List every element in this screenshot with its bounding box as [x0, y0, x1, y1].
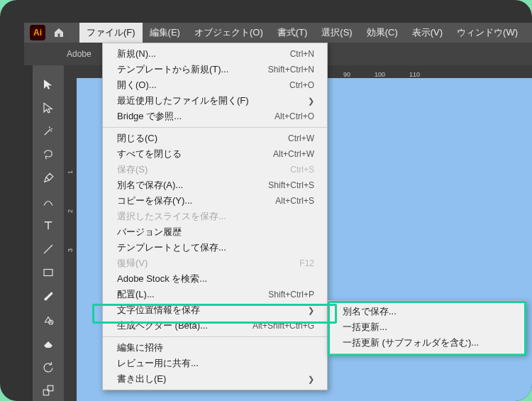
menu-item[interactable]: 配置(L)...Shift+Ctrl+P [103, 287, 327, 302]
menu-item[interactable]: バージョン履歴 [103, 224, 327, 240]
menu-item-label: バージョン履歴 [117, 226, 182, 238]
menu-separator [103, 336, 327, 337]
menu-item[interactable]: 編集に招待 [103, 340, 327, 356]
direct-selection-tool-icon[interactable] [37, 97, 60, 118]
menu-item-label: すべてを閉じる [117, 148, 182, 160]
menu-item-shortcut: Alt+Ctrl+S [275, 196, 314, 206]
lasso-tool-icon[interactable] [37, 145, 60, 165]
app-logo-icon: Ai [30, 25, 45, 40]
submenu-item-label: 一括更新 (サブフォルダを含む)... [343, 336, 479, 349]
chevron-right-icon: ❯ [299, 375, 314, 384]
menu-window-label: ウィンドウ(W) [457, 26, 518, 39]
curvature-tool-icon[interactable] [37, 192, 60, 212]
menu-select[interactable]: 選択(S) [314, 23, 359, 43]
submenu-item[interactable]: 一括更新 (サブフォルダを含む)... [328, 335, 526, 351]
menu-item[interactable]: 生成ベクター (Beta)...Alt+Shift+Ctrl+G [103, 318, 327, 334]
menu-type-label: 書式(T) [277, 26, 308, 39]
menu-item[interactable]: すべてを閉じるAlt+Ctrl+W [103, 146, 327, 162]
rotate-tool-icon[interactable] [37, 357, 60, 378]
shaper-tool-icon[interactable] [37, 309, 60, 330]
menu-item-label: 復帰(V) [117, 257, 148, 270]
eraser-tool-icon[interactable] [37, 333, 60, 353]
rectangle-tool-icon[interactable] [37, 263, 60, 283]
menu-item-label: 配置(L)... [117, 288, 155, 301]
menu-item-label: 最近使用したファイルを開く(F) [117, 94, 249, 107]
submenu-item-label: 別名で保存... [343, 305, 397, 318]
menu-item-label: コピーを保存(Y)... [117, 194, 192, 207]
menu-item-label: 文字位置情報を保存 [117, 304, 200, 317]
toolbox [33, 65, 64, 401]
submenu-item-label: 一括更新... [343, 321, 387, 334]
menu-type[interactable]: 書式(T) [270, 23, 315, 43]
menu-item-label: 保存(S) [117, 163, 148, 176]
menu-item-label: Bridge で参照... [117, 110, 182, 123]
menu-item[interactable]: 最近使用したファイルを開く(F)❯ [103, 93, 327, 109]
menu-item-label: 閉じる(C) [117, 132, 157, 145]
ruler-tick: 3 [67, 248, 74, 252]
menu-item-shortcut: Shift+Ctrl+P [268, 290, 314, 300]
submenu-item[interactable]: 一括更新... [328, 319, 526, 335]
save-text-position-submenu: 別名で保存...一括更新...一括更新 (サブフォルダを含む)... [328, 300, 526, 354]
menu-select-label: 選択(S) [321, 26, 352, 39]
menu-item[interactable]: 文字位置情報を保存❯ [103, 302, 327, 318]
menu-item[interactable]: テンプレートから新規(T)...Shift+Ctrl+N [103, 62, 327, 77]
line-tool-icon[interactable] [37, 239, 60, 260]
menu-item-shortcut: Ctrl+N [290, 49, 314, 59]
menu-item[interactable]: 閉じる(C)Ctrl+W [103, 131, 327, 146]
submenu-item[interactable]: 別名で保存... [328, 304, 526, 319]
chevron-right-icon: ❯ [299, 306, 314, 315]
ruler-tick: 1 [67, 170, 74, 174]
menu-edit[interactable]: 編集(E) [143, 23, 187, 43]
menu-item-label: 選択したスライスを保存... [117, 210, 226, 223]
menu-object-label: オブジェクト(O) [194, 26, 263, 39]
ruler-tick: 2 [67, 209, 74, 213]
menu-item: 復帰(V)F12 [103, 256, 327, 271]
menu-item-label: 新規(N)... [117, 48, 156, 60]
selection-tool-icon[interactable] [37, 74, 60, 94]
menu-object[interactable]: オブジェクト(O) [187, 23, 270, 43]
menu-item-label: 生成ベクター (Beta)... [117, 319, 208, 332]
file-menu-dropdown: 新規(N)...Ctrl+Nテンプレートから新規(T)...Shift+Ctrl… [102, 43, 328, 390]
menu-view[interactable]: 表示(V) [405, 23, 450, 43]
ruler-tick: 90 [343, 71, 350, 78]
menu-item-shortcut: Shift+Ctrl+N [268, 65, 314, 75]
menu-item-shortcut: Shift+Ctrl+S [268, 180, 314, 190]
menu-item[interactable]: 別名で保存(A)...Shift+Ctrl+S [103, 177, 327, 193]
pen-tool-icon[interactable] [37, 168, 60, 189]
menu-item: 選択したスライスを保存... [103, 209, 327, 224]
menubar: Ai ファイル(F) 編集(E) オブジェクト(O) 書式(T) 選択(S) 効… [24, 23, 532, 43]
menu-item-shortcut: Ctrl+W [288, 133, 314, 143]
document-tab[interactable]: Adobe [67, 49, 92, 59]
menu-item[interactable]: 書き出し(E)❯ [103, 371, 327, 387]
menu-item-label: Adobe Stock を検索... [117, 273, 207, 285]
menu-item-label: 別名で保存(A)... [117, 179, 183, 192]
menu-item-shortcut: F12 [299, 258, 314, 268]
menu-item-shortcut: Alt+Ctrl+O [275, 111, 314, 121]
wand-tool-icon[interactable] [37, 121, 60, 141]
app-window: Ai ファイル(F) 編集(E) オブジェクト(O) 書式(T) 選択(S) 効… [0, 0, 532, 401]
brush-tool-icon[interactable] [37, 286, 60, 307]
menu-item[interactable]: テンプレートとして保存... [103, 240, 327, 256]
menu-file-label: ファイル(F) [87, 26, 135, 39]
menu-item[interactable]: Bridge で参照...Alt+Ctrl+O [103, 109, 327, 124]
menu-item-shortcut: Ctrl+S [290, 165, 314, 175]
left-gutter [24, 65, 33, 401]
menu-item[interactable]: 新規(N)...Ctrl+N [103, 46, 327, 62]
menu-item-label: レビュー用に共有... [117, 357, 199, 370]
menu-effect[interactable]: 効果(C) [360, 23, 405, 43]
vertical-ruler: 1 2 3 [64, 78, 77, 401]
menu-file[interactable]: ファイル(F) [79, 23, 143, 43]
menu-item-label: テンプレートから新規(T)... [117, 63, 228, 76]
scale-tool-icon[interactable] [37, 380, 60, 401]
menu-item[interactable]: コピーを保存(Y)...Alt+Ctrl+S [103, 193, 327, 209]
home-icon[interactable] [52, 26, 65, 39]
menu-item-label: 書き出し(E) [117, 373, 166, 385]
menu-item-label: テンプレートとして保存... [117, 241, 226, 254]
type-tool-icon[interactable] [37, 215, 60, 236]
menu-item[interactable]: 開く(O)...Ctrl+O [103, 77, 327, 93]
menu-window[interactable]: ウィンドウ(W) [450, 23, 525, 43]
menu-item[interactable]: Adobe Stock を検索... [103, 271, 327, 287]
menu-edit-label: 編集(E) [150, 26, 180, 39]
menu-item[interactable]: レビュー用に共有... [103, 356, 327, 371]
svg-rect-0 [44, 270, 52, 276]
